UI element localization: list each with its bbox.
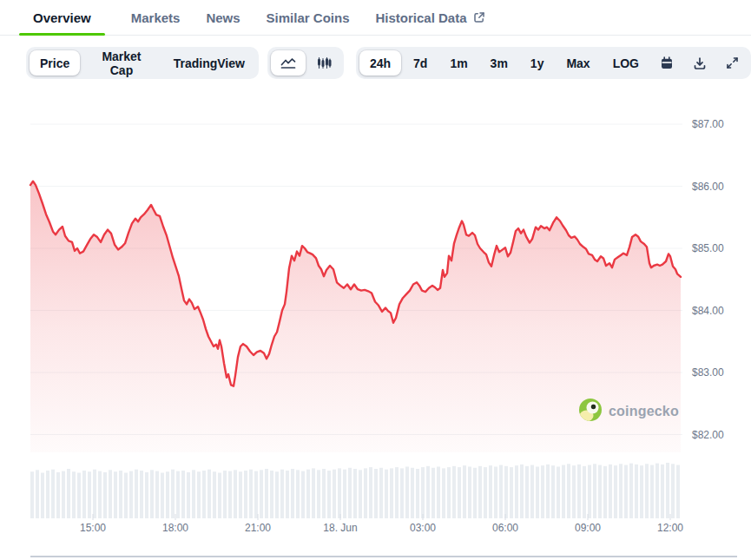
volume-bar: [208, 470, 211, 518]
x-axis-label: 06:00: [492, 522, 518, 534]
volume-bar: [562, 465, 565, 518]
volume-bar: [197, 471, 201, 518]
volume-bar: [312, 468, 315, 518]
range-1y-button[interactable]: 1y: [520, 50, 555, 76]
volume-bar: [41, 473, 44, 518]
volume-bar: [114, 471, 117, 518]
y-axis-label: $85.00: [692, 242, 724, 254]
candlestick-icon: [316, 56, 332, 69]
volume-bar: [88, 471, 91, 518]
tab-overview-label: Overview: [33, 10, 91, 25]
volume-bar: [510, 467, 513, 518]
price-chart[interactable]: $87.00$86.00$85.00$84.00$83.00$82.0015:0…: [0, 87, 751, 547]
volume-bar: [109, 470, 112, 518]
volume-bar: [353, 469, 357, 518]
volume-bar: [249, 470, 253, 518]
volume-bar: [301, 471, 305, 518]
x-axis-label: 15:00: [80, 522, 106, 534]
volume-bar: [171, 470, 175, 518]
volume-bar: [62, 471, 65, 518]
line-chart-button[interactable]: [271, 50, 306, 76]
range-7d-button[interactable]: 7d: [403, 50, 438, 76]
volume-bar: [51, 470, 55, 518]
y-axis-label: $84.00: [692, 305, 724, 317]
volume-bar: [187, 472, 190, 518]
volume-bar: [239, 471, 242, 518]
candlestick-chart-button[interactable]: [307, 50, 340, 76]
volume-bar: [218, 473, 221, 518]
volume-bar: [650, 465, 654, 518]
x-axis-label: 12:00: [657, 522, 683, 534]
volume-bar: [291, 469, 294, 518]
volume-bar: [520, 464, 524, 518]
volume-bar: [593, 464, 596, 518]
volume-bar: [166, 471, 169, 518]
volume-bar: [567, 464, 570, 518]
download-button[interactable]: [684, 50, 715, 76]
volume-bar: [124, 473, 128, 518]
y-axis-label: $87.00: [692, 118, 724, 130]
volume-bar: [572, 465, 576, 518]
volume-bar: [56, 472, 60, 518]
volume-bar: [473, 468, 477, 518]
volume-bar: [103, 472, 107, 518]
volume-bar: [36, 470, 39, 518]
volume-bar: [551, 465, 555, 518]
x-axis-label: 18:00: [162, 522, 188, 534]
volume-bar: [374, 469, 378, 518]
range-max-button[interactable]: Max: [556, 50, 600, 76]
volume-bar: [463, 465, 466, 518]
volume-bar: [280, 470, 284, 518]
tab-markets[interactable]: Markets: [131, 0, 181, 35]
tab-overview[interactable]: Overview: [19, 0, 105, 35]
volume-bar: [213, 471, 216, 518]
volume-bar: [333, 470, 336, 518]
volume-bar: [254, 471, 258, 518]
price-button[interactable]: Price: [30, 50, 80, 76]
tab-similar-coins[interactable]: Similar Coins: [267, 0, 350, 35]
market-cap-button[interactable]: Market Cap: [82, 50, 161, 76]
range-24h-button[interactable]: 24h: [359, 50, 401, 76]
download-icon: [693, 56, 707, 70]
volume-bar: [234, 470, 237, 518]
volume-bar: [614, 465, 617, 518]
volume-bar: [98, 471, 102, 518]
volume-bar: [588, 465, 591, 518]
volume-bar: [390, 468, 393, 518]
volume-bar: [504, 466, 508, 518]
volume-bar: [296, 470, 300, 518]
tradingview-button[interactable]: TradingView: [163, 50, 255, 76]
volume-bar: [46, 471, 49, 518]
volume-bar: [676, 465, 680, 518]
volume-bar: [135, 470, 138, 518]
volume-bar: [645, 464, 649, 518]
tab-similar-coins-label: Similar Coins: [267, 10, 350, 25]
range-1m-button[interactable]: 1m: [439, 50, 478, 76]
volume-bar: [609, 464, 612, 518]
volume-bar: [161, 473, 164, 518]
volume-bar: [228, 471, 232, 518]
x-axis-label: 03:00: [410, 522, 436, 534]
volume-bar: [223, 471, 227, 518]
range-3m-button[interactable]: 3m: [480, 50, 518, 76]
volume-bar: [145, 472, 148, 518]
volume-bar: [478, 466, 482, 518]
date-range-button[interactable]: [651, 50, 682, 76]
volume-bar: [671, 464, 675, 518]
section-tabs: Overview Markets News Similar Coins Hist…: [0, 0, 751, 36]
coin-chart-page: Overview Markets News Similar Coins Hist…: [0, 0, 751, 560]
volume-bar: [202, 471, 206, 518]
x-axis-label: 21:00: [245, 522, 271, 534]
watermark-label: coingecko: [609, 404, 679, 419]
volume-bar: [421, 467, 425, 518]
volume-bar: [541, 465, 544, 518]
volume-bar: [619, 464, 623, 518]
volume-bar: [275, 471, 279, 518]
tab-news[interactable]: News: [206, 0, 240, 35]
fullscreen-button[interactable]: [717, 50, 748, 76]
volume-bar: [129, 471, 133, 518]
tab-historical-data[interactable]: Historical Data: [375, 0, 484, 35]
volume-bar: [140, 471, 143, 518]
log-scale-button[interactable]: LOG: [603, 50, 649, 76]
gecko-icon: [578, 398, 603, 425]
